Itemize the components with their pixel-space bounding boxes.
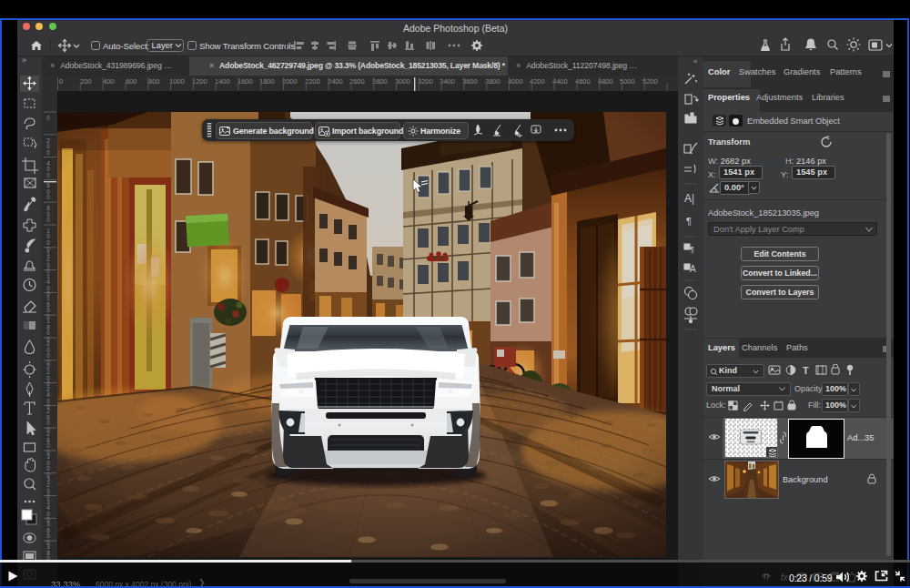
svg-text:fx: fx (781, 573, 789, 583)
